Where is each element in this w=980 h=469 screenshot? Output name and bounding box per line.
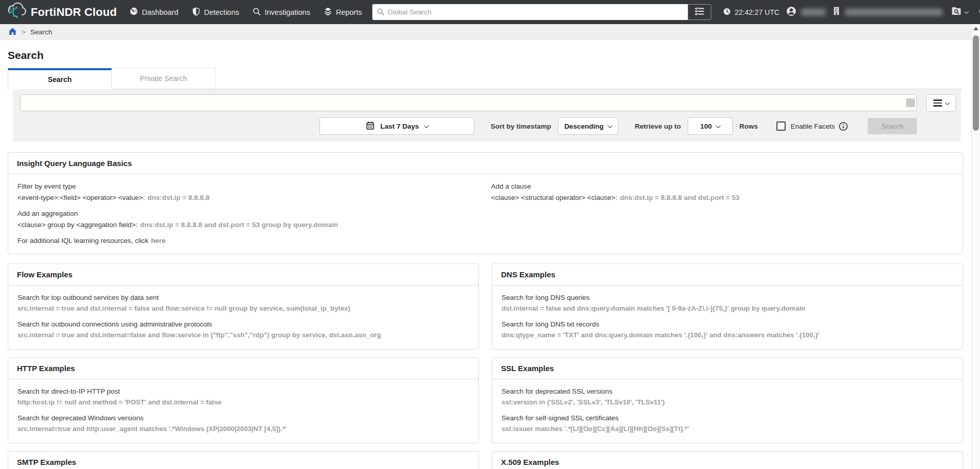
brand-logo[interactable]: FortiNDR Cloud: [5, 2, 117, 23]
iql-here-link[interactable]: here: [151, 237, 166, 244]
enable-facets-checkbox[interactable]: [776, 121, 786, 131]
query-input[interactable]: [20, 94, 917, 111]
example-query: http:host.ip != null and method = 'POST'…: [17, 398, 469, 406]
example-label: Search for deprecated Windows versions: [17, 414, 469, 422]
scrollbar-thumb[interactable]: [973, 35, 979, 131]
redacted-account-name: [845, 9, 943, 16]
account-menu[interactable]: [832, 6, 943, 18]
iql-item-syntax: <event-type>:<field> <operator> <value>:: [17, 194, 145, 201]
user-avatar-icon: [786, 6, 797, 19]
iql-footer: For additional IQL learning resources, c…: [17, 237, 480, 244]
hamburger-icon: [933, 99, 942, 106]
user-menu[interactable]: [786, 6, 826, 19]
example-item: Search for long DNS txt records dns:qtyp…: [502, 320, 953, 339]
folder-search-icon: [951, 6, 962, 18]
layers-icon: [324, 7, 332, 17]
global-search: [372, 4, 711, 20]
chevron-down-icon: [424, 123, 429, 128]
iql-basics-panel: Insight Query Language Basics Filter by …: [8, 152, 963, 254]
example-label: Search for long DNS queries: [502, 294, 953, 301]
tab-search[interactable]: Search: [8, 68, 112, 89]
sort-label: Sort by timestamp: [491, 123, 551, 130]
iql-item-code: dns:dst.ip = 8.8.8.8: [147, 194, 209, 201]
chevron-down-icon: [964, 9, 969, 14]
example-query: src.internal = true and dst.internal = f…: [17, 304, 469, 312]
info-icon[interactable]: [838, 121, 848, 131]
nav-label: Detections: [204, 8, 239, 16]
chevron-down-icon: [945, 100, 950, 105]
panel-title: HTTP Examples: [8, 358, 478, 379]
sort-direction-value: Descending: [564, 123, 604, 130]
iql-item-code: dns:dst.ip = 8.8.8.8 and dst.port = 53 g…: [140, 221, 338, 229]
nav-label: Investigations: [265, 8, 310, 16]
search-options-button[interactable]: [688, 4, 711, 20]
nav-label: Reports: [336, 8, 362, 16]
search-controls: Last 7 Days Sort by timestamp Descending…: [18, 117, 956, 135]
nav-reports[interactable]: Reports: [324, 7, 362, 17]
sort-direction-select[interactable]: Descending: [558, 117, 618, 135]
breadcrumb-separator: >: [22, 28, 26, 36]
panel-title: X.509 Examples: [492, 452, 963, 469]
tabstrip: Search Private Search: [8, 68, 963, 89]
flow-examples-panel: Flow Examples Search for top outbound se…: [8, 263, 479, 350]
example-item: Search for top outbound services by data…: [17, 294, 469, 312]
panel-title: Flow Examples: [8, 264, 478, 286]
brand-name: FortiNDR Cloud: [31, 6, 117, 19]
search-icon: [376, 8, 385, 18]
help-menu[interactable]: ?: [976, 6, 980, 18]
example-item: Search for long DNS queries dst.internal…: [502, 294, 953, 312]
nav-investigations[interactable]: Investigations: [252, 7, 310, 17]
clock-icon: [723, 7, 731, 17]
iql-item-label: Add an aggregation: [17, 210, 480, 217]
example-query: src.internal = true and dst.internal=fal…: [17, 331, 469, 339]
shield-icon: [192, 7, 201, 18]
date-range-select[interactable]: Last 7 Days: [319, 117, 474, 135]
main-nav: Dashboard Detections Investigations: [129, 7, 362, 18]
example-item: Search for direct-to-IP HTTP post http:h…: [17, 388, 469, 406]
search-button[interactable]: Search: [868, 118, 917, 134]
row-limit-select[interactable]: 100: [688, 117, 733, 135]
magnifier-icon: [252, 7, 261, 17]
tab-private-search[interactable]: Private Search: [112, 68, 216, 89]
calendar-icon: [366, 121, 375, 132]
saved-searches-menu[interactable]: [949, 6, 971, 18]
iql-left-column: Filter by event type <event-type>:<field…: [17, 182, 480, 244]
iql-item-syntax: <clause> group by <aggregation field>:: [17, 221, 137, 229]
query-menu-button[interactable]: [926, 94, 956, 112]
iql-item-code: dns:dst.ip = 8.8.8.8 and dst.port = 53: [620, 194, 739, 201]
fortindr-cloud-logo-icon: [5, 2, 28, 23]
resize-grip[interactable]: [906, 98, 915, 107]
iql-footer-text: For additional IQL learning resources, c…: [17, 237, 148, 244]
example-label: Search for top outbound services by data…: [17, 294, 469, 301]
global-search-input[interactable]: [372, 4, 688, 20]
panel-title: DNS Examples: [492, 264, 963, 286]
example-query: dst.internal = false and dns:query.domai…: [502, 304, 953, 312]
smtp-examples-panel: SMTP Examples Search for SMTP mail serve…: [8, 451, 479, 469]
nav-detections[interactable]: Detections: [192, 7, 239, 18]
example-label: Search for long DNS txt records: [502, 320, 953, 328]
vertical-scrollbar[interactable]: [971, 24, 980, 469]
checklist-icon: [694, 7, 705, 17]
enable-facets-label: Enable Facets: [791, 123, 835, 130]
iql-aggregation-item: Add an aggregation <clause> group by <ag…: [17, 210, 480, 229]
example-query: src.internal=true and http:user_agent ma…: [17, 425, 469, 433]
breadcrumb-current: Search: [30, 28, 52, 36]
example-label: Search for self-signed SSL certificates: [502, 414, 953, 422]
utc-time: 22:42:27 UTC: [735, 8, 779, 16]
building-icon: [832, 6, 841, 18]
iql-item-syntax: <clause> <structural operator> <clause>:: [491, 194, 617, 201]
nav-dashboard[interactable]: Dashboard: [129, 7, 178, 17]
example-label: Search for outbound connections using ad…: [17, 320, 469, 328]
panel-title: Insight Query Language Basics: [8, 153, 963, 174]
main-content: Search Search Private Search: [0, 40, 980, 469]
example-item: Search for self-signed SSL certificates …: [502, 414, 953, 433]
example-item: Search for deprecated SSL versions ssl:v…: [502, 388, 953, 406]
examples-grid: Flow Examples Search for top outbound se…: [8, 263, 963, 469]
redacted-username: [801, 9, 826, 16]
home-icon[interactable]: [8, 27, 17, 37]
row-limit-value: 100: [700, 123, 712, 130]
panel-title: SMTP Examples: [8, 452, 478, 469]
example-item: Search for outbound connections using ad…: [17, 320, 469, 339]
ssl-examples-panel: SSL Examples Search for deprecated SSL v…: [492, 357, 963, 443]
scroll-up-arrow[interactable]: [973, 27, 978, 30]
